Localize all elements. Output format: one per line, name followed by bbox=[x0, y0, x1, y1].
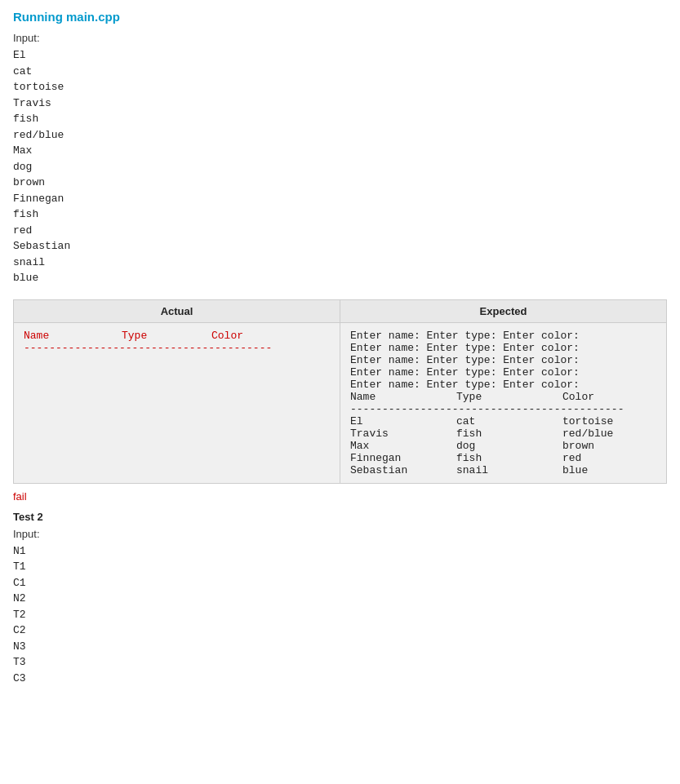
test2-input-line: N2 bbox=[13, 591, 667, 607]
test2-input-line: T3 bbox=[13, 654, 667, 671]
expected-col-name: Name bbox=[350, 391, 456, 403]
expected-prompt-line: Enter name: Enter type: Enter color: bbox=[350, 354, 656, 366]
input-line: Sebastian bbox=[13, 238, 667, 255]
expected-dashes: ----------------------------------------… bbox=[350, 403, 656, 415]
input-line: Max bbox=[13, 143, 667, 159]
actual-cell: Name Type Color ------------------------… bbox=[14, 322, 340, 483]
test2-input-line: C1 bbox=[13, 575, 667, 591]
expected-prompt-line: Enter name: Enter type: Enter color: bbox=[350, 330, 656, 342]
input-line: El bbox=[13, 47, 667, 64]
test2-label: Test 2 bbox=[13, 511, 667, 523]
expected-prompt-line: Enter name: Enter type: Enter color: bbox=[350, 366, 656, 379]
test2-input-line: T1 bbox=[13, 559, 667, 575]
input-line: red bbox=[13, 223, 667, 239]
actual-dashes: --------------------------------------- bbox=[24, 342, 330, 354]
expected-prompt-line: Enter name: Enter type: Enter color: bbox=[350, 342, 656, 354]
fail-label: fail bbox=[13, 490, 667, 503]
expected-prompt-line: Enter name: Enter type: Enter color: bbox=[350, 379, 656, 391]
expected-col-type: Type bbox=[456, 391, 562, 403]
actual-col-name: Name bbox=[24, 330, 122, 342]
input-line: fish bbox=[13, 206, 667, 223]
input-label: Input: bbox=[13, 32, 667, 44]
expected-data-row: Elcattortoise bbox=[350, 415, 656, 427]
input-line: red/blue bbox=[13, 127, 667, 144]
test2-input-line: C2 bbox=[13, 622, 667, 639]
expected-data-row: Sebastiansnailblue bbox=[350, 464, 656, 476]
expected-header: Expected bbox=[340, 299, 667, 322]
test2-input-label: Input: bbox=[13, 528, 667, 540]
input-line: tortoise bbox=[13, 79, 667, 95]
input-line: fish bbox=[13, 111, 667, 127]
actual-col-color: Color bbox=[211, 330, 243, 342]
actual-col-type: Type bbox=[122, 330, 211, 342]
input-line: brown bbox=[13, 175, 667, 191]
comparison-table: Actual Expected Name Type Color --------… bbox=[13, 299, 667, 484]
input-line: Travis bbox=[13, 95, 667, 112]
test2-input-line: N3 bbox=[13, 639, 667, 655]
test2-input-lines: N1T1C1N2T2C2N3T3C3 bbox=[13, 543, 667, 687]
test2-input-line: N1 bbox=[13, 543, 667, 560]
test2-input-line: C3 bbox=[13, 671, 667, 687]
running-title: Running main.cpp bbox=[13, 10, 667, 24]
input-lines: ElcattortoiseTravisfishred/blueMaxdogbro… bbox=[13, 47, 667, 286]
expected-data-row: Travisfishred/blue bbox=[350, 427, 656, 440]
input-line: Finnegan bbox=[13, 191, 667, 207]
input-line: cat bbox=[13, 64, 667, 80]
input-line: snail bbox=[13, 255, 667, 271]
test2-input-line: T2 bbox=[13, 607, 667, 623]
expected-cell: Enter name: Enter type: Enter color:Ente… bbox=[340, 322, 667, 483]
input-line: dog bbox=[13, 159, 667, 175]
expected-col-color: Color bbox=[562, 391, 594, 403]
expected-data-row: Finneganfishred bbox=[350, 452, 656, 464]
expected-data-row: Maxdogbrown bbox=[350, 440, 656, 452]
actual-header: Actual bbox=[14, 299, 340, 322]
input-line: blue bbox=[13, 270, 667, 286]
